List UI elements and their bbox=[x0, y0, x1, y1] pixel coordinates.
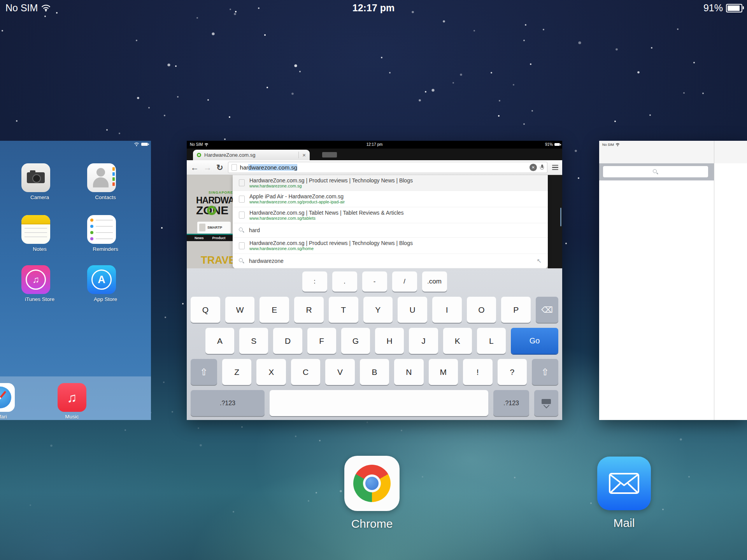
home-screen-card[interactable]: Camera Contacts Notes Reminders ♫ iTunes… bbox=[0, 141, 151, 420]
suggestion-title: hard bbox=[249, 227, 542, 233]
shift-key[interactable]: ⇧ bbox=[532, 359, 558, 385]
key-h[interactable]: H bbox=[375, 328, 404, 354]
app-label: Music bbox=[49, 414, 95, 420]
notes-app-icon[interactable] bbox=[21, 215, 50, 244]
key-question[interactable]: ? bbox=[498, 359, 527, 385]
symbols-key[interactable]: .?123 bbox=[191, 390, 265, 416]
safari-app-icon[interactable] bbox=[0, 383, 15, 412]
suggestion-url: www.hardwarezone.com.sg/tablets bbox=[249, 216, 542, 221]
key-p[interactable]: P bbox=[501, 297, 531, 323]
menu-icon[interactable] bbox=[552, 165, 558, 170]
key-dot-com[interactable]: .com bbox=[422, 271, 447, 292]
keyboard-symbol-row: :.-/.com bbox=[191, 271, 558, 292]
key-g[interactable]: G bbox=[341, 328, 370, 354]
reload-button[interactable]: ↻ bbox=[216, 163, 223, 172]
mail-app-icon[interactable] bbox=[597, 457, 651, 510]
key-b[interactable]: B bbox=[360, 359, 389, 385]
home-dock: Safari ♫ Music bbox=[0, 376, 151, 420]
music-app-icon[interactable]: ♫ bbox=[58, 383, 86, 412]
omnibox-suggestions: HardwareZone.com.sg | Product reviews | … bbox=[233, 175, 548, 268]
mail-search-input[interactable] bbox=[603, 166, 708, 177]
key-c[interactable]: C bbox=[291, 359, 320, 385]
compass-icon bbox=[0, 387, 11, 408]
suggestion-search-row[interactable]: hard bbox=[233, 223, 548, 238]
contacts-app-icon[interactable] bbox=[87, 163, 116, 192]
key-a[interactable]: A bbox=[205, 328, 234, 354]
key-v[interactable]: V bbox=[325, 359, 354, 385]
key-t[interactable]: T bbox=[329, 297, 358, 323]
stop-icon[interactable]: ✕ bbox=[530, 164, 537, 171]
dismiss-keyboard-key[interactable] bbox=[534, 390, 558, 416]
itunes-store-app-icon[interactable]: ♫ bbox=[21, 265, 50, 294]
camera-app-icon[interactable] bbox=[21, 163, 50, 192]
url-omnibox[interactable]: hardwarezone.com.sg ✕ bbox=[228, 162, 547, 173]
new-tab-button[interactable] bbox=[322, 152, 337, 158]
app-label: Camera bbox=[16, 194, 63, 200]
suggestion-page-row[interactable]: HardwareZone.com.sg | Tablet News | Tabl… bbox=[233, 207, 548, 223]
backspace-key[interactable]: ⌫ bbox=[536, 297, 558, 323]
insert-suggestion-icon[interactable]: ↖ bbox=[537, 257, 542, 264]
suggestion-page-row[interactable]: HardwareZone.com.sg | Product reviews | … bbox=[233, 238, 548, 254]
suggestion-title: HardwareZone.com.sg | Product reviews | … bbox=[249, 240, 542, 246]
key-r[interactable]: R bbox=[294, 297, 324, 323]
mail-search-band bbox=[599, 163, 714, 180]
suggestion-page-row[interactable]: Apple iPad Air - HardwareZone.com.sgwww.… bbox=[233, 191, 548, 207]
reminders-app-icon[interactable] bbox=[87, 215, 116, 244]
microphone-icon[interactable] bbox=[540, 164, 544, 171]
suggestion-title: HardwareZone.com.sg | Tablet News | Tabl… bbox=[249, 210, 542, 216]
key-z[interactable]: Z bbox=[222, 359, 251, 385]
search-icon bbox=[239, 228, 244, 233]
suggestion-search-row[interactable]: hardwarezone↖ bbox=[233, 254, 548, 268]
key-q[interactable]: Q bbox=[191, 297, 220, 323]
key-j[interactable]: J bbox=[409, 328, 438, 354]
key-l[interactable]: L bbox=[477, 328, 506, 354]
suggestion-url: www.hardwarezone.com.sg bbox=[249, 184, 542, 189]
scrollbar[interactable] bbox=[560, 208, 561, 226]
key-s[interactable]: S bbox=[239, 328, 268, 354]
key-i[interactable]: I bbox=[432, 297, 462, 323]
page-icon bbox=[239, 179, 245, 186]
forward-button[interactable]: → bbox=[203, 163, 212, 172]
back-button[interactable]: ← bbox=[191, 163, 199, 172]
key-x[interactable]: X bbox=[256, 359, 286, 385]
nav-item[interactable]: News bbox=[195, 236, 204, 240]
mail-app-card[interactable]: No SIM bbox=[599, 141, 747, 420]
key-f[interactable]: F bbox=[307, 328, 336, 354]
suggestion-page-row[interactable]: HardwareZone.com.sg | Product reviews | … bbox=[233, 175, 548, 191]
mail-launcher[interactable]: Mail bbox=[594, 457, 654, 530]
wifi-icon bbox=[615, 143, 620, 146]
suggestion-url: www.hardwarezone.com.sg/home bbox=[249, 246, 542, 251]
chrome-app-icon[interactable] bbox=[344, 456, 400, 511]
key-u[interactable]: U bbox=[398, 297, 427, 323]
key-dash[interactable]: - bbox=[362, 271, 387, 292]
chrome-app-card[interactable]: No SIM 12:17 pm 91% HardwareZone.com.sg … bbox=[187, 141, 562, 420]
key-o[interactable]: O bbox=[467, 297, 496, 323]
suggestion-title: hardwarezone bbox=[249, 258, 532, 264]
chrome-launcher[interactable]: Chrome bbox=[342, 456, 402, 530]
key-m[interactable]: M bbox=[429, 359, 458, 385]
nav-item[interactable]: Product bbox=[212, 236, 226, 240]
key-colon[interactable]: : bbox=[302, 271, 327, 292]
shift-key[interactable]: ⇧ bbox=[191, 359, 217, 385]
carrier-label: No SIM bbox=[602, 143, 614, 147]
key-exclamation[interactable]: ! bbox=[463, 359, 492, 385]
launcher-label: Mail bbox=[613, 516, 635, 530]
key-w[interactable]: W bbox=[225, 297, 255, 323]
battery-icon bbox=[726, 4, 742, 12]
key-k[interactable]: K bbox=[443, 328, 472, 354]
app-store-app-icon[interactable]: A bbox=[87, 265, 116, 294]
key-y[interactable]: Y bbox=[363, 297, 393, 323]
key-period[interactable]: . bbox=[332, 271, 357, 292]
site-region-label: SINGAPORE bbox=[209, 191, 233, 194]
space-key[interactable] bbox=[270, 390, 488, 416]
key-d[interactable]: D bbox=[273, 328, 302, 354]
app-label: Notes bbox=[16, 246, 63, 252]
app-switcher-screen: No SIM 12:17 pm 91% Camera Contacts Note… bbox=[0, 0, 747, 560]
go-key[interactable]: Go bbox=[511, 328, 558, 354]
tab-close-icon[interactable]: × bbox=[298, 152, 306, 158]
key-n[interactable]: N bbox=[394, 359, 423, 385]
browser-tab[interactable]: HardwareZone.com.sg × bbox=[193, 150, 310, 160]
key-e[interactable]: E bbox=[260, 297, 289, 323]
symbols-key[interactable]: .?123 bbox=[493, 390, 529, 416]
key-slash[interactable]: / bbox=[392, 271, 417, 292]
